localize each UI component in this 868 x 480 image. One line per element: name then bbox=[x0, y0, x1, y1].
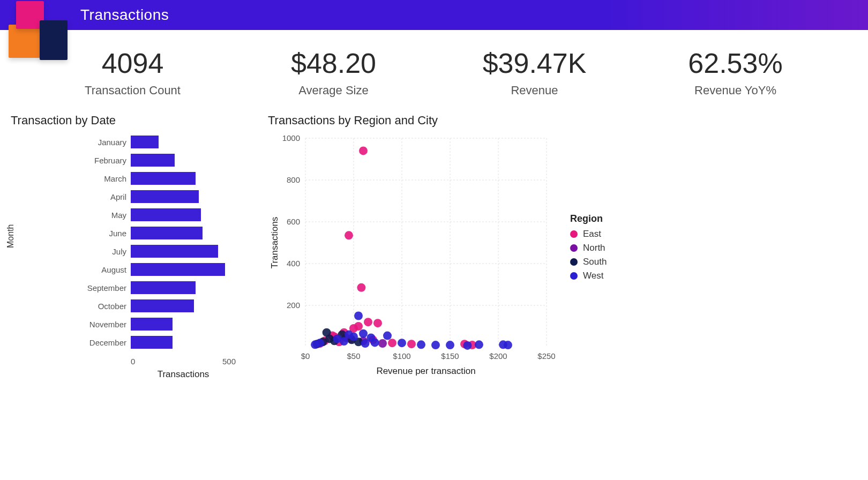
bar-chart-title: Transaction by Date bbox=[11, 114, 246, 128]
legend-title: Region bbox=[570, 213, 607, 224]
bar-chart-plot: Month JanuaryFebruaryMarchAprilMayJuneJu… bbox=[11, 133, 236, 363]
bar-chart-xaxis: 0 500 bbox=[80, 357, 236, 366]
legend-label: West bbox=[583, 271, 603, 281]
kpi-value: $48.20 bbox=[264, 47, 403, 79]
bar-row[interactable]: August bbox=[80, 260, 236, 279]
bar-category-label: December bbox=[80, 338, 126, 347]
bar-row[interactable]: May bbox=[80, 206, 236, 224]
legend-item[interactable]: North bbox=[570, 243, 607, 253]
legend-label: East bbox=[583, 229, 601, 239]
scatter-point[interactable] bbox=[354, 312, 363, 320]
bar-fill bbox=[131, 281, 196, 294]
scatter-chart-plot: 2004006008001000$0$50$100$150$200$250Rev… bbox=[268, 133, 557, 379]
scatter-point[interactable] bbox=[504, 341, 512, 349]
legend-item[interactable]: East bbox=[570, 229, 607, 239]
bar-chart[interactable]: Transaction by Date Month JanuaryFebruar… bbox=[11, 114, 246, 379]
scatter-point[interactable] bbox=[357, 283, 365, 292]
svg-text:600: 600 bbox=[287, 217, 300, 226]
bar-xtick: 500 bbox=[222, 357, 236, 366]
svg-text:Transactions: Transactions bbox=[270, 217, 280, 269]
kpi-value: $39.47K bbox=[465, 47, 604, 79]
legend-swatch bbox=[570, 258, 578, 266]
bar-row[interactable]: June bbox=[80, 224, 236, 242]
scatter-point[interactable] bbox=[417, 340, 425, 349]
scatter-chart[interactable]: Transactions by Region and City 20040060… bbox=[268, 114, 857, 379]
scatter-point[interactable] bbox=[354, 322, 363, 331]
scatter-point[interactable] bbox=[398, 339, 406, 347]
page-title: Transactions bbox=[80, 6, 169, 24]
scatter-point[interactable] bbox=[378, 339, 387, 348]
legend-label: South bbox=[583, 257, 607, 267]
kpi-revenue: $39.47K Revenue bbox=[465, 47, 604, 98]
bar-fill bbox=[131, 299, 194, 312]
kpi-transaction-count: 4094 Transaction Count bbox=[63, 47, 203, 98]
kpi-label: Revenue bbox=[465, 84, 604, 98]
bar-chart-xlabel: Transactions bbox=[80, 369, 236, 380]
kpi-average-size: $48.20 Average Size bbox=[264, 47, 403, 98]
bar-xtick: 0 bbox=[131, 357, 135, 366]
kpi-value: 4094 bbox=[63, 47, 203, 79]
bar-fill bbox=[131, 172, 196, 185]
scatter-point[interactable] bbox=[383, 332, 392, 340]
svg-text:Revenue per transaction: Revenue per transaction bbox=[376, 366, 475, 376]
scatter-point[interactable] bbox=[373, 319, 382, 327]
bar-category-label: March bbox=[80, 174, 126, 183]
bar-fill bbox=[131, 227, 203, 239]
bar-category-label: September bbox=[80, 283, 126, 292]
bar-row[interactable]: November bbox=[80, 315, 236, 333]
scatter-legend: Region EastNorthSouthWest bbox=[570, 213, 607, 284]
logo-tile-pink bbox=[16, 1, 44, 29]
bar-row[interactable]: December bbox=[80, 333, 236, 351]
scatter-point[interactable] bbox=[371, 338, 379, 347]
legend-item[interactable]: West bbox=[570, 271, 607, 281]
kpi-row: 4094 Transaction Count $48.20 Average Si… bbox=[0, 47, 868, 98]
legend-item[interactable]: South bbox=[570, 257, 607, 267]
scatter-chart-title: Transactions by Region and City bbox=[268, 114, 857, 128]
kpi-label: Transaction Count bbox=[63, 84, 203, 98]
scatter-point[interactable] bbox=[388, 339, 396, 347]
bar-fill bbox=[131, 318, 173, 331]
legend-label: North bbox=[583, 243, 605, 253]
scatter-point[interactable] bbox=[359, 329, 368, 338]
bar-row[interactable]: January bbox=[80, 133, 236, 151]
bar-row[interactable]: April bbox=[80, 188, 236, 206]
scatter-point[interactable] bbox=[364, 318, 372, 326]
bar-fill bbox=[131, 336, 173, 349]
scatter-point[interactable] bbox=[431, 341, 440, 349]
scatter-point[interactable] bbox=[316, 339, 324, 347]
bar-category-label: April bbox=[80, 192, 126, 201]
scatter-point[interactable] bbox=[340, 337, 348, 346]
kpi-revenue-yoy: 62.53% Revenue YoY% bbox=[666, 47, 805, 98]
bar-category-label: August bbox=[80, 265, 126, 274]
bar-row[interactable]: July bbox=[80, 242, 236, 260]
bar-category-label: February bbox=[80, 156, 126, 165]
scatter-point[interactable] bbox=[407, 340, 416, 348]
bar-row[interactable]: September bbox=[80, 279, 236, 297]
scatter-point[interactable] bbox=[361, 339, 370, 348]
scatter-point[interactable] bbox=[475, 340, 483, 349]
charts-area: Transaction by Date Month JanuaryFebruar… bbox=[0, 98, 868, 379]
bar-row[interactable]: October bbox=[80, 297, 236, 315]
bar-row[interactable]: March bbox=[80, 169, 236, 188]
svg-text:$200: $200 bbox=[489, 351, 507, 361]
bar-row[interactable]: February bbox=[80, 151, 236, 169]
scatter-point[interactable] bbox=[359, 146, 368, 155]
scatter-point[interactable] bbox=[463, 341, 472, 350]
svg-text:$50: $50 bbox=[347, 351, 360, 361]
kpi-value: 62.53% bbox=[666, 47, 805, 79]
title-bar: Transactions bbox=[0, 0, 868, 30]
legend-swatch bbox=[570, 272, 578, 280]
bar-category-label: January bbox=[80, 138, 126, 147]
bar-fill bbox=[131, 263, 225, 276]
bar-fill bbox=[131, 136, 159, 148]
legend-swatch bbox=[570, 230, 578, 238]
svg-text:$150: $150 bbox=[441, 351, 459, 361]
svg-text:$0: $0 bbox=[301, 351, 310, 361]
svg-text:200: 200 bbox=[287, 301, 300, 310]
svg-text:$250: $250 bbox=[537, 351, 555, 361]
scatter-point[interactable] bbox=[446, 341, 454, 349]
svg-text:800: 800 bbox=[287, 175, 300, 184]
bar-fill bbox=[131, 245, 218, 258]
bar-category-label: October bbox=[80, 302, 126, 311]
scatter-point[interactable] bbox=[345, 231, 353, 239]
